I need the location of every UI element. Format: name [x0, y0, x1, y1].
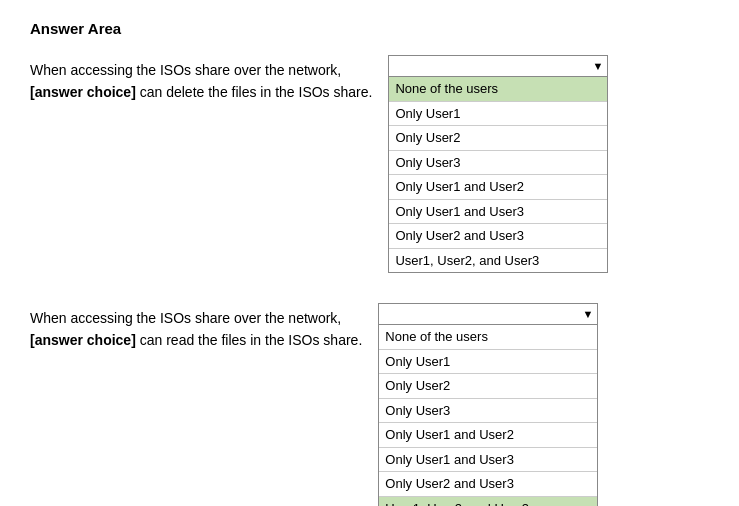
dropdown-2[interactable]: ▼None of the usersOnly User1Only User2On… — [378, 303, 598, 506]
question-row-1: When accessing the ISOs share over the n… — [30, 55, 709, 273]
answer-area-section: Answer Area When accessing the ISOs shar… — [30, 20, 709, 506]
dropdown-arrow-icon-2: ▼ — [582, 308, 593, 320]
dropdown-item-2-1[interactable]: Only User1 — [379, 350, 597, 375]
dropdown-list-1: None of the usersOnly User1Only User2Onl… — [388, 77, 608, 273]
dropdown-1[interactable]: ▼None of the usersOnly User1Only User2On… — [388, 55, 608, 273]
dropdown-item-1-3[interactable]: Only User3 — [389, 151, 607, 176]
question-text-2: When accessing the ISOs share over the n… — [30, 303, 362, 352]
question-text-1: When accessing the ISOs share over the n… — [30, 55, 372, 104]
dropdown-item-1-0[interactable]: None of the users — [389, 77, 607, 102]
answer-area-title: Answer Area — [30, 20, 709, 37]
dropdown-list-2: None of the usersOnly User1Only User2Onl… — [378, 325, 598, 506]
dropdown-item-2-5[interactable]: Only User1 and User3 — [379, 448, 597, 473]
dropdown-item-1-6[interactable]: Only User2 and User3 — [389, 224, 607, 249]
dropdown-arrow-icon-1: ▼ — [593, 60, 604, 72]
dropdown-item-2-4[interactable]: Only User1 and User2 — [379, 423, 597, 448]
dropdown-item-1-5[interactable]: Only User1 and User3 — [389, 200, 607, 225]
dropdown-item-2-6[interactable]: Only User2 and User3 — [379, 472, 597, 497]
dropdown-item-1-2[interactable]: Only User2 — [389, 126, 607, 151]
dropdown-item-1-1[interactable]: Only User1 — [389, 102, 607, 127]
question-row-2: When accessing the ISOs share over the n… — [30, 303, 709, 506]
dropdown-item-1-7[interactable]: User1, User2, and User3 — [389, 249, 607, 273]
dropdown-item-2-2[interactable]: Only User2 — [379, 374, 597, 399]
answer-choice-label: [answer choice] — [30, 332, 136, 348]
answer-choice-label: [answer choice] — [30, 84, 136, 100]
dropdown-item-1-4[interactable]: Only User1 and User2 — [389, 175, 607, 200]
dropdown-item-2-7[interactable]: User1, User2, and User3 — [379, 497, 597, 507]
dropdown-item-2-0[interactable]: None of the users — [379, 325, 597, 350]
dropdown-item-2-3[interactable]: Only User3 — [379, 399, 597, 424]
dropdown-header-1[interactable]: ▼ — [388, 55, 608, 77]
dropdown-header-2[interactable]: ▼ — [378, 303, 598, 325]
